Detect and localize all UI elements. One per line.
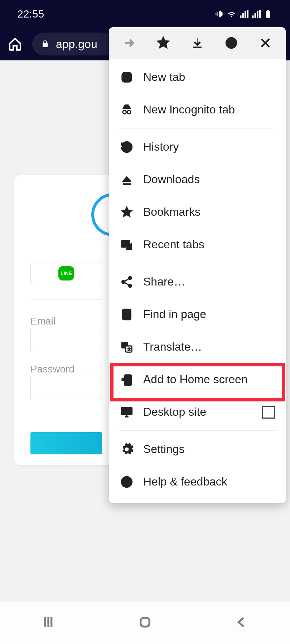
menu-label: Add to Home screen — [143, 373, 275, 386]
url-text: app.gou — [56, 38, 97, 51]
email-label: Email — [30, 316, 55, 327]
signal-icon — [239, 9, 248, 19]
add-home-icon — [120, 373, 134, 386]
email-input[interactable] — [30, 328, 102, 352]
menu-body: New tab New Incognito tab History Downlo… — [109, 59, 286, 503]
menu-label: Bookmarks — [143, 205, 275, 219]
menu-label: History — [143, 140, 275, 153]
menu-item-find[interactable]: Find in page — [109, 298, 286, 331]
password-label: Password — [30, 364, 74, 375]
lock-icon — [41, 40, 49, 48]
svg-text:文: 文 — [127, 347, 131, 351]
downloads-icon — [120, 173, 134, 186]
menu-label: Desktop site — [143, 405, 253, 419]
history-icon — [120, 140, 134, 154]
translate-icon: G文 — [120, 340, 134, 354]
svg-rect-14 — [122, 408, 132, 414]
browser-menu: New tab New Incognito tab History Downlo… — [109, 27, 286, 503]
menu-item-share[interactable]: Share… — [109, 265, 286, 298]
bookmarks-icon — [120, 205, 134, 219]
menu-label: Share… — [143, 275, 275, 288]
home-nav-button[interactable] — [137, 615, 153, 631]
forward-button[interactable] — [115, 36, 143, 50]
menu-item-new-tab[interactable]: New tab — [109, 61, 286, 93]
incognito-icon — [120, 103, 134, 117]
svg-text:G: G — [124, 343, 127, 347]
menu-label: Find in page — [143, 308, 275, 321]
svg-rect-4 — [122, 240, 130, 247]
svg-point-2 — [123, 110, 126, 114]
menu-item-history[interactable]: History — [109, 131, 286, 163]
home-button[interactable] — [7, 36, 23, 52]
signal-icon-2 — [251, 9, 261, 19]
settings-icon — [120, 443, 134, 456]
recent-tabs-icon — [120, 238, 134, 252]
status-icons — [215, 9, 273, 19]
menu-item-incognito[interactable]: New Incognito tab — [109, 93, 286, 126]
divider — [30, 299, 102, 299]
info-button[interactable] — [217, 36, 245, 50]
menu-item-translate[interactable]: G文 Translate… — [109, 331, 286, 363]
menu-label: Settings — [143, 443, 275, 456]
menu-item-bookmarks[interactable]: Bookmarks — [109, 196, 286, 228]
desktop-checkbox[interactable] — [262, 406, 275, 419]
menu-label: Translate… — [143, 340, 275, 353]
line-login-button[interactable]: LINE — [30, 263, 102, 284]
menu-item-add-home[interactable]: Add to Home screen — [109, 363, 286, 396]
menu-separator — [120, 128, 275, 128]
svg-point-3 — [127, 110, 131, 114]
new-tab-icon — [120, 70, 134, 84]
menu-item-settings[interactable]: Settings — [109, 433, 286, 465]
bookmark-button[interactable] — [149, 36, 177, 50]
status-time: 22:55 — [17, 8, 44, 20]
desktop-icon — [120, 405, 134, 419]
line-icon: LINE — [58, 266, 74, 280]
wifi-icon — [227, 9, 236, 19]
menu-item-help[interactable]: Help & feedback — [109, 465, 286, 498]
menu-separator — [120, 263, 275, 263]
svg-point-7 — [129, 284, 132, 288]
svg-point-6 — [122, 280, 125, 284]
menu-item-recent-tabs[interactable]: Recent tabs — [109, 228, 286, 261]
menu-label: Downloads — [143, 173, 275, 186]
password-input[interactable] — [30, 376, 102, 400]
status-bar: 22:55 — [0, 0, 290, 28]
menu-label: Help & feedback — [143, 475, 275, 488]
svg-rect-16 — [141, 618, 150, 626]
menu-separator — [120, 430, 275, 431]
help-icon — [120, 475, 134, 489]
share-icon — [120, 275, 134, 289]
svg-rect-13 — [125, 375, 131, 385]
back-button[interactable] — [234, 615, 249, 631]
find-icon — [120, 308, 134, 321]
menu-label: Recent tabs — [143, 238, 275, 251]
menu-label: New Incognito tab — [143, 103, 275, 116]
recents-button[interactable] — [41, 615, 56, 631]
menu-label: New tab — [143, 70, 275, 84]
menu-item-desktop-site[interactable]: Desktop site — [109, 396, 286, 428]
vibrate-mute-icon — [215, 9, 224, 19]
close-button[interactable] — [251, 36, 279, 50]
menu-item-downloads[interactable]: Downloads — [109, 163, 286, 196]
submit-button[interactable] — [30, 432, 102, 454]
battery-icon — [264, 9, 273, 19]
download-button[interactable] — [183, 36, 211, 50]
svg-point-5 — [129, 276, 132, 280]
android-nav-bar — [0, 601, 290, 644]
menu-header — [109, 27, 286, 59]
